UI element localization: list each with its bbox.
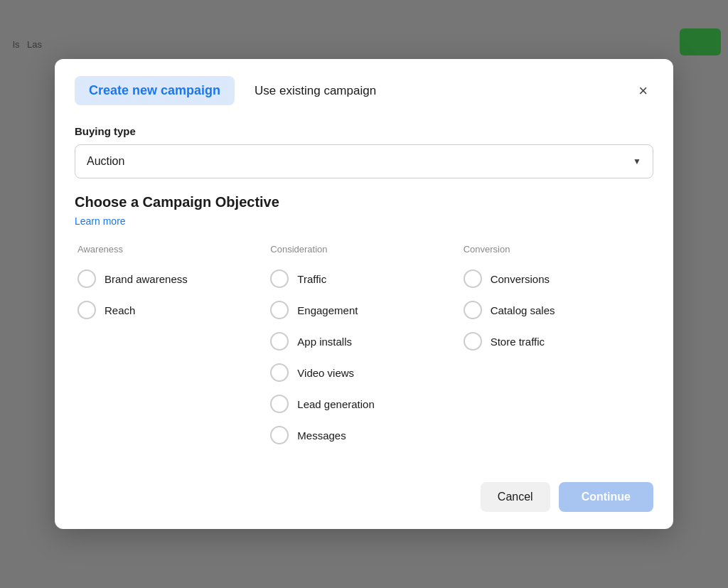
option-app-installs[interactable]: App installs — [267, 326, 460, 357]
consideration-column: Consideration Traffic Engagement App ins… — [267, 244, 460, 451]
label-conversions: Conversions — [491, 273, 550, 285]
awareness-column: Awareness Brand awareness Reach — [75, 244, 267, 451]
option-engagement[interactable]: Engagement — [267, 294, 460, 326]
option-brand-awareness[interactable]: Brand awareness — [75, 263, 267, 294]
awareness-column-header: Awareness — [75, 244, 267, 255]
radio-messages[interactable] — [270, 426, 289, 444]
tab-create-campaign[interactable]: Create new campaign — [75, 76, 235, 105]
label-catalog-sales: Catalog sales — [491, 304, 555, 316]
option-traffic[interactable]: Traffic — [267, 263, 460, 294]
dropdown-arrow-icon: ▼ — [633, 156, 641, 166]
radio-conversions[interactable] — [464, 269, 482, 288]
buying-type-value: Auction — [87, 155, 124, 168]
radio-reach[interactable] — [77, 301, 96, 319]
buying-type-label: Buying type — [75, 125, 653, 137]
label-lead-generation: Lead generation — [297, 398, 374, 410]
tab-existing-campaign[interactable]: Use existing campaign — [252, 77, 379, 105]
modal-body: Buying type Auction ▼ Choose a Campaign … — [55, 119, 673, 471]
label-brand-awareness: Brand awareness — [105, 273, 188, 285]
option-lead-generation[interactable]: Lead generation — [267, 388, 460, 419]
radio-engagement[interactable] — [270, 301, 289, 319]
objectives-grid: Awareness Brand awareness Reach Consider… — [75, 244, 653, 451]
label-store-traffic: Store traffic — [491, 336, 545, 348]
label-engagement: Engagement — [297, 304, 358, 316]
option-messages[interactable]: Messages — [267, 419, 460, 451]
option-reach[interactable]: Reach — [75, 294, 267, 326]
radio-app-installs[interactable] — [270, 332, 289, 351]
option-catalog-sales[interactable]: Catalog sales — [461, 294, 653, 326]
conversion-column-header: Conversion — [461, 244, 653, 255]
radio-brand-awareness[interactable] — [77, 269, 96, 288]
option-conversions[interactable]: Conversions — [461, 263, 653, 294]
label-traffic: Traffic — [297, 273, 326, 285]
radio-video-views[interactable] — [270, 363, 289, 382]
modal-footer: Cancel Continue — [55, 471, 673, 529]
continue-button[interactable]: Continue — [559, 482, 653, 512]
modal-dialog: Create new campaign Use existing campaig… — [55, 59, 673, 529]
label-video-views: Video views — [297, 367, 354, 379]
consideration-column-header: Consideration — [267, 244, 460, 255]
option-store-traffic[interactable]: Store traffic — [461, 326, 653, 357]
conversion-column: Conversion Conversions Catalog sales Sto… — [461, 244, 653, 451]
modal-header: Create new campaign Use existing campaig… — [55, 59, 673, 119]
buying-type-dropdown[interactable]: Auction ▼ — [75, 144, 653, 178]
label-reach: Reach — [105, 304, 135, 316]
option-video-views[interactable]: Video views — [267, 357, 460, 388]
learn-more-link[interactable]: Learn more — [75, 215, 126, 227]
close-button[interactable]: × — [633, 80, 653, 102]
radio-traffic[interactable] — [270, 269, 289, 288]
cancel-button[interactable]: Cancel — [481, 482, 550, 512]
radio-store-traffic[interactable] — [464, 332, 482, 351]
label-messages: Messages — [297, 429, 346, 442]
radio-catalog-sales[interactable] — [464, 301, 482, 319]
campaign-objective-title: Choose a Campaign Objective — [75, 194, 653, 210]
radio-lead-generation[interactable] — [270, 395, 289, 413]
label-app-installs: App installs — [297, 336, 352, 348]
